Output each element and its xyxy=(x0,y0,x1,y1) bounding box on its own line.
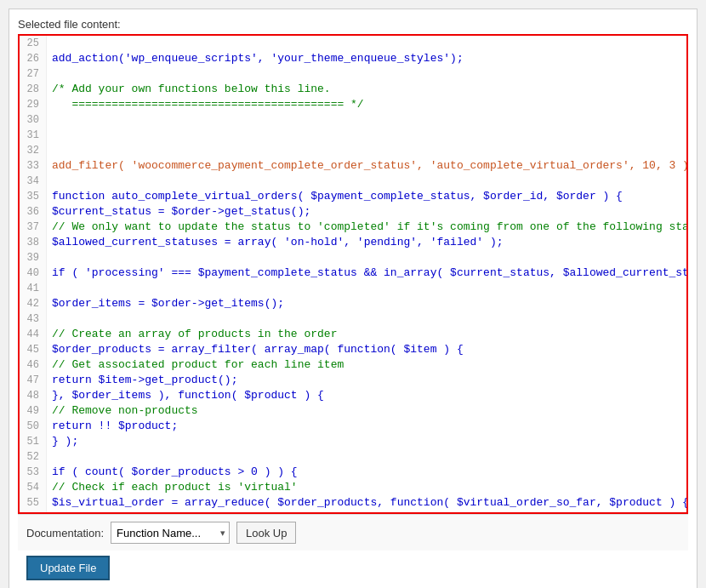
line-number: 49 xyxy=(20,403,47,419)
line-number: 33 xyxy=(20,158,47,174)
line-number: 53 xyxy=(20,465,47,480)
code-line: 51} ); xyxy=(20,434,686,449)
line-number: 38 xyxy=(20,235,47,250)
code-line: 37// We only want to update the status t… xyxy=(20,220,686,235)
code-area[interactable]: 2526add_action('wp_enqueue_scripts', 'yo… xyxy=(20,36,686,512)
line-content xyxy=(47,143,686,158)
code-line: 41 xyxy=(20,281,686,296)
line-number: 27 xyxy=(20,66,47,82)
code-line: 38$allowed_current_statuses = array( 'on… xyxy=(20,235,686,250)
code-editor-wrapper: 2526add_action('wp_enqueue_scripts', 'yo… xyxy=(18,34,688,514)
line-number: 37 xyxy=(20,220,47,235)
line-number: 45 xyxy=(20,342,47,357)
section-label: Selected file content: xyxy=(18,18,688,31)
line-content xyxy=(47,174,686,189)
line-number: 55 xyxy=(20,495,47,511)
line-content xyxy=(47,311,686,327)
line-number: 25 xyxy=(20,36,47,51)
line-number: 56 xyxy=(20,511,47,512)
line-number: 42 xyxy=(20,296,47,311)
code-line: 56return $virtual_order_so_far && $produ… xyxy=(20,511,686,512)
code-line: 55$is_virtual_order = array_reduce( $ord… xyxy=(20,495,686,511)
line-content: add_filter( 'woocommerce_payment_complet… xyxy=(47,158,686,174)
code-line: 48}, $order_items ), function( $product … xyxy=(20,388,686,403)
documentation-label: Documentation: xyxy=(26,527,104,539)
line-content: if ( count( $order_products > 0 ) ) { xyxy=(47,465,686,480)
code-line: 47return $item->get_product(); xyxy=(20,373,686,388)
code-line: 45$order_products = array_filter( array_… xyxy=(20,342,686,357)
code-line: 31 xyxy=(20,128,686,143)
code-line: 28/* Add your own functions below this l… xyxy=(20,82,686,97)
code-line: 32 xyxy=(20,143,686,158)
line-content: $order_products = array_filter( array_ma… xyxy=(47,342,686,357)
line-content: // Create an array of products in the or… xyxy=(47,327,686,342)
line-number: 39 xyxy=(20,250,47,265)
code-line: 39 xyxy=(20,250,686,265)
code-line: 49// Remove non-products xyxy=(20,403,686,419)
line-content: } ); xyxy=(47,434,686,449)
update-button-row: Update File xyxy=(18,551,688,587)
line-content: return !! $product; xyxy=(47,419,686,434)
line-content: // Check if each product is 'virtual' xyxy=(47,480,686,495)
line-number: 47 xyxy=(20,373,47,388)
code-line: 50return !! $product; xyxy=(20,419,686,434)
line-number: 41 xyxy=(20,281,47,296)
line-content: $current_status = $order->get_status(); xyxy=(47,204,686,220)
line-content: /* Add your own functions below this lin… xyxy=(47,82,686,97)
line-number: 51 xyxy=(20,434,47,449)
line-number: 31 xyxy=(20,128,47,143)
code-line: 40if ( 'processing' === $payment_complet… xyxy=(20,265,686,281)
line-number: 52 xyxy=(20,449,47,465)
line-content xyxy=(47,112,686,128)
line-content xyxy=(47,250,686,265)
line-content: add_action('wp_enqueue_scripts', 'your_t… xyxy=(47,51,686,66)
code-line: 43 xyxy=(20,311,686,327)
code-line: 54// Check if each product is 'virtual' xyxy=(20,480,686,495)
code-line: 53if ( count( $order_products > 0 ) ) { xyxy=(20,465,686,480)
code-line: 52 xyxy=(20,449,686,465)
line-content: // Remove non-products xyxy=(47,403,686,419)
line-content xyxy=(47,66,686,82)
line-number: 32 xyxy=(20,143,47,158)
function-select-wrapper: Function Name... xyxy=(111,522,230,544)
line-number: 54 xyxy=(20,480,47,495)
line-number: 34 xyxy=(20,174,47,189)
line-content xyxy=(47,36,686,51)
line-content: function auto_complete_virtual_orders( $… xyxy=(47,189,686,204)
code-line: 35function auto_complete_virtual_orders(… xyxy=(20,189,686,204)
code-line: 25 xyxy=(20,36,686,51)
function-name-select[interactable]: Function Name... xyxy=(111,522,230,544)
code-line: 34 xyxy=(20,174,686,189)
code-line: 44// Create an array of products in the … xyxy=(20,327,686,342)
code-line: 29 =====================================… xyxy=(20,97,686,112)
code-line: 30 xyxy=(20,112,686,128)
line-content: if ( 'processing' === $payment_complete_… xyxy=(47,265,686,281)
line-content xyxy=(47,449,686,465)
line-content: return $item->get_product(); xyxy=(47,373,686,388)
line-content: }, $order_items ), function( $product ) … xyxy=(47,388,686,403)
line-number: 48 xyxy=(20,388,47,403)
line-content: return $virtual_order_so_far && $product… xyxy=(47,511,686,512)
code-line: 26add_action('wp_enqueue_scripts', 'your… xyxy=(20,51,686,66)
update-file-button[interactable]: Update File xyxy=(26,556,110,580)
bottom-bar: Documentation: Function Name... Look Up xyxy=(18,514,688,551)
line-number: 29 xyxy=(20,97,47,112)
line-number: 44 xyxy=(20,327,47,342)
line-number: 30 xyxy=(20,112,47,128)
lookup-button[interactable]: Look Up xyxy=(236,522,296,544)
code-line: 36$current_status = $order->get_status()… xyxy=(20,204,686,220)
line-content: $is_virtual_order = array_reduce( $order… xyxy=(47,495,686,511)
line-number: 40 xyxy=(20,265,47,281)
line-number: 36 xyxy=(20,204,47,220)
line-number: 50 xyxy=(20,419,47,434)
code-line: 46// Get associated product for each lin… xyxy=(20,357,686,373)
line-content: $allowed_current_statuses = array( 'on-h… xyxy=(47,235,686,250)
line-content: $order_items = $order->get_items(); xyxy=(47,296,686,311)
line-content: // We only want to update the status to … xyxy=(47,220,686,235)
line-number: 26 xyxy=(20,51,47,66)
code-line: 42$order_items = $order->get_items(); xyxy=(20,296,686,311)
line-content xyxy=(47,281,686,296)
line-number: 46 xyxy=(20,357,47,373)
code-line: 33add_filter( 'woocommerce_payment_compl… xyxy=(20,158,686,174)
line-content: ========================================… xyxy=(47,97,686,112)
